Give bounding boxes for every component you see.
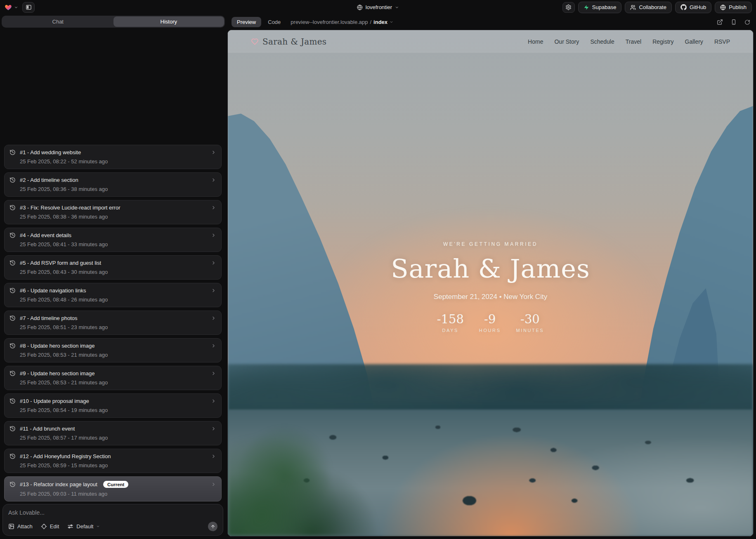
github-button[interactable]: GitHub — [675, 2, 711, 13]
prompt-composer: Attach Edit Default — [2, 504, 223, 536]
countdown: -158 DAYS -9 HOURS -30 MINUTES — [228, 312, 753, 333]
send-button[interactable] — [208, 522, 217, 531]
site-header: Sarah & James Home Our Story Schedule Tr… — [228, 30, 753, 53]
ask-lovable-input[interactable] — [8, 509, 217, 516]
mode-select-button[interactable]: Default — [67, 523, 100, 530]
current-badge: Current — [103, 481, 129, 488]
url-page: index — [373, 19, 387, 25]
publish-label: Publish — [729, 4, 747, 10]
chevron-down-icon — [14, 5, 18, 9]
mode-label: Default — [76, 523, 93, 530]
history-list-item[interactable]: #9 - Update hero section image 25 Feb 20… — [4, 366, 222, 390]
site-brand[interactable]: Sarah & James — [251, 37, 326, 47]
settings-button[interactable] — [562, 2, 575, 13]
countdown-item: -30 MINUTES — [516, 312, 544, 333]
history-item-title: #3 - Fix: Resolve Lucide-react import er… — [20, 205, 120, 211]
history-clock-icon — [9, 343, 16, 349]
preview-url[interactable]: preview--lovefrontier.lovable.app / inde… — [291, 19, 393, 25]
collaborate-button[interactable]: Collaborate — [625, 2, 672, 13]
history-list-item[interactable]: #3 - Fix: Resolve Lucide-react import er… — [4, 200, 222, 224]
site-nav-link[interactable]: RSVP — [714, 38, 730, 45]
gear-icon — [565, 4, 572, 10]
history-item-title: #12 - Add Honeyfund Registry Section — [20, 453, 111, 459]
history-list-item[interactable]: #6 - Update navigation links 25 Feb 2025… — [4, 283, 222, 307]
history-list-item[interactable]: #4 - Add event details 25 Feb 2025, 08:4… — [4, 228, 222, 252]
open-in-new-tab-button[interactable] — [717, 19, 723, 25]
tab-code[interactable]: Code — [268, 19, 281, 25]
github-icon — [680, 4, 687, 10]
countdown-label: HOURS — [479, 328, 501, 333]
history-list-item[interactable]: #5 - Add RSVP form and guest list 25 Feb… — [4, 255, 222, 280]
image-attach-icon — [8, 523, 14, 530]
arrow-up-icon — [210, 524, 215, 529]
history-list-item[interactable]: #8 - Update hero section image 25 Feb 20… — [4, 338, 222, 362]
site-nav-link[interactable]: Gallery — [685, 38, 703, 45]
chevron-right-icon — [211, 260, 216, 266]
history-item-timestamp: 25 Feb 2025, 08:22 - 52 minutes ago — [20, 158, 216, 165]
project-switcher[interactable]: lovefrontier — [357, 0, 399, 14]
attach-button[interactable]: Attach — [8, 523, 33, 530]
sidebar-toggle-button[interactable] — [22, 2, 35, 13]
mobile-view-button[interactable] — [731, 19, 737, 25]
chevron-right-icon — [211, 288, 216, 293]
tab-chat[interactable]: Chat — [2, 16, 113, 27]
history-clock-icon — [9, 260, 16, 266]
refresh-button[interactable] — [744, 19, 750, 25]
site-nav-link[interactable]: Travel — [626, 38, 641, 45]
history-list-item[interactable]: #13 - Refactor index page layout Current… — [4, 476, 222, 501]
history-item-timestamp: 25 Feb 2025, 08:38 - 36 minutes ago — [20, 214, 216, 220]
users-icon — [630, 5, 636, 10]
history-item-title: #10 - Update proposal image — [20, 398, 89, 404]
history-list: #1 - Add wedding website 25 Feb 2025, 08… — [0, 28, 227, 501]
history-item-title: #7 - Add timeline photos — [20, 315, 77, 321]
history-list-item[interactable]: #7 - Add timeline photos 25 Feb 2025, 08… — [4, 311, 222, 335]
hero-date-location: September 21, 2024 • New York City — [228, 293, 753, 301]
publish-button[interactable]: Publish — [715, 2, 752, 13]
hero-title: Sarah & James — [228, 254, 753, 284]
history-item-title: #2 - Add timeline section — [20, 177, 78, 183]
history-item-timestamp: 25 Feb 2025, 08:53 - 21 minutes ago — [20, 352, 216, 358]
tab-history[interactable]: History — [113, 16, 224, 27]
history-item-timestamp: 25 Feb 2025, 08:43 - 30 minutes ago — [20, 269, 216, 275]
history-item-timestamp: 25 Feb 2025, 08:51 - 23 minutes ago — [20, 324, 216, 330]
history-item-timestamp: 25 Feb 2025, 09:03 - 11 minutes ago — [20, 491, 216, 497]
countdown-value: -30 — [516, 312, 544, 326]
history-clock-icon — [9, 177, 16, 183]
history-list-item[interactable]: #1 - Add wedding website 25 Feb 2025, 08… — [4, 145, 222, 169]
site-nav-link[interactable]: Home — [528, 38, 543, 45]
history-clock-icon — [9, 205, 16, 211]
countdown-value: -9 — [479, 312, 501, 326]
chevron-down-icon — [96, 525, 100, 528]
history-item-title: #5 - Add RSVP form and guest list — [20, 260, 101, 266]
countdown-value: -158 — [437, 312, 464, 326]
edit-select-button[interactable]: Edit — [41, 523, 59, 530]
history-item-timestamp: 25 Feb 2025, 08:48 - 26 minutes ago — [20, 297, 216, 303]
lovable-logo-menu[interactable] — [4, 4, 18, 11]
lovable-heart-logo-icon — [4, 4, 12, 11]
edit-label: Edit — [50, 523, 59, 530]
globe-icon — [357, 5, 363, 10]
heart-icon — [251, 38, 259, 45]
attach-label: Attach — [17, 523, 33, 530]
history-list-item[interactable]: #10 - Update proposal image 25 Feb 2025,… — [4, 393, 222, 418]
sliders-icon — [67, 523, 73, 530]
site-nav-link[interactable]: Registry — [652, 38, 673, 45]
tab-preview[interactable]: Preview — [232, 17, 261, 27]
supabase-button[interactable]: Supabase — [578, 2, 622, 13]
history-item-title: #6 - Update navigation links — [20, 287, 86, 294]
history-list-item[interactable]: #12 - Add Honeyfund Registry Section 25 … — [4, 449, 222, 473]
history-list-item[interactable]: #11 - Add brunch event 25 Feb 2025, 08:5… — [4, 421, 222, 445]
app-topbar: lovefrontier Supabase Collaborate — [0, 0, 756, 14]
history-item-title: #4 - Add event details — [20, 232, 71, 238]
left-sidebar: Chat History #1 - Add wedding website 25… — [0, 14, 227, 539]
history-item-title: #9 - Update hero section image — [20, 370, 94, 377]
hero-foreground-grass — [228, 400, 417, 536]
history-list-item[interactable]: #2 - Add timeline section 25 Feb 2025, 0… — [4, 172, 222, 197]
history-clock-icon — [9, 315, 16, 321]
history-clock-icon — [9, 232, 16, 238]
site-nav-link[interactable]: Schedule — [590, 38, 614, 45]
history-item-timestamp: 25 Feb 2025, 08:57 - 17 minutes ago — [20, 435, 216, 441]
panel-left-icon — [26, 4, 32, 10]
project-name: lovefrontier — [366, 4, 392, 10]
site-nav-link[interactable]: Our Story — [554, 38, 579, 45]
